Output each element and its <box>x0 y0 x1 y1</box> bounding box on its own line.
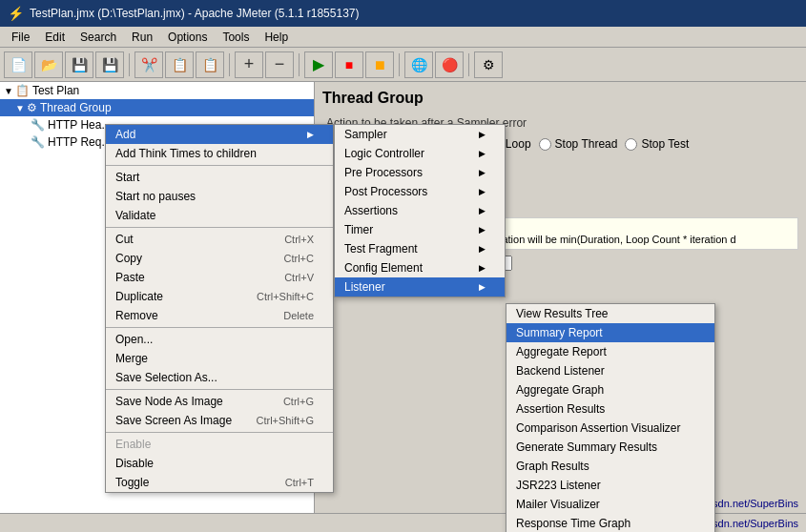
ctx-add[interactable]: Add <box>106 125 333 144</box>
ctx-enable[interactable]: Enable <box>106 435 333 454</box>
tree-item-threadgroup[interactable]: ▼ ⚙ Thread Group <box>0 99 314 116</box>
ctx-validate[interactable]: Validate <box>106 206 333 225</box>
tree-label-httpheader: HTTP Hea... <box>48 118 111 132</box>
listener-assertion-results[interactable]: Assertion Results <box>506 399 714 419</box>
listener-graph-results[interactable]: Graph Results <box>506 457 714 476</box>
listener-assertion-results-label: Assertion Results <box>516 402 605 416</box>
menu-help[interactable]: Help <box>257 29 296 46</box>
listener-generate-summary[interactable]: Generate Summary Results <box>506 438 714 457</box>
listener-view-results-tree-label: View Results Tree <box>516 307 609 320</box>
run-button[interactable]: ▶ <box>304 51 333 78</box>
submenu-pre-processors[interactable]: Pre Processors <box>335 163 505 182</box>
testplan-icon: 📋 <box>15 84 30 97</box>
listener-comparison-assertion[interactable]: Comparison Assertion Visualizer <box>506 419 714 438</box>
submenu-config-element[interactable]: Config Element <box>335 258 505 277</box>
ctx-sep-4 <box>106 389 333 390</box>
listener-response-time-graph[interactable]: Response Time Graph <box>506 514 714 532</box>
stop-thread-option[interactable]: Stop Thread <box>539 137 618 151</box>
listener-comparison-assertion-label: Comparison Assertion Visualizer <box>516 421 681 435</box>
listener-aggregate-report[interactable]: Aggregate Report <box>506 342 714 361</box>
listener-jsr223[interactable]: JSR223 Listener <box>506 476 714 495</box>
ctx-save-selection[interactable]: Save Selection As... <box>106 368 333 387</box>
submenu-timer[interactable]: Timer <box>335 220 505 239</box>
tree-arrow-testplan: ▼ <box>4 86 13 96</box>
ctx-start-no-pauses[interactable]: Start no pauses <box>106 187 333 206</box>
toolbar: 📄 📂 💾 💾 ✂️ 📋 📋 + − ▶ ■ ⏹ 🌐 🔴 ⚙ <box>0 48 806 82</box>
listener-summary-report[interactable]: Summary Report <box>506 323 714 342</box>
add-button[interactable]: + <box>235 51 263 78</box>
listener-backend-listener[interactable]: Backend Listener <box>506 361 714 380</box>
ctx-duplicate[interactable]: Duplicate Ctrl+Shift+C <box>106 287 333 306</box>
page-title: Thread Group <box>322 90 798 107</box>
ctx-save-screen-shortcut: Ctrl+Shift+G <box>256 415 314 426</box>
ctx-open[interactable]: Open... <box>106 330 333 349</box>
ctx-save-screen-image-label: Save Screen As Image <box>115 414 232 427</box>
ctx-start-label: Start <box>115 171 139 184</box>
ctx-remove-label: Remove <box>115 309 158 322</box>
httprequest-icon: 🔧 <box>31 135 45 149</box>
copy-button[interactable]: 📋 <box>165 51 194 78</box>
menu-edit[interactable]: Edit <box>37 29 72 46</box>
listener-view-results-tree[interactable]: View Results Tree <box>506 304 714 323</box>
ctx-paste[interactable]: Paste Ctrl+V <box>106 268 333 287</box>
stop-test-radio[interactable] <box>625 138 637 151</box>
stop-test-option[interactable]: Stop Test <box>625 137 689 151</box>
ctx-merge[interactable]: Merge <box>106 349 333 368</box>
ctx-duplicate-label: Duplicate <box>115 290 163 303</box>
cut-button[interactable]: ✂️ <box>134 51 163 78</box>
save-button[interactable]: 💾 <box>65 51 93 78</box>
stop-button[interactable]: ■ <box>335 51 363 78</box>
menu-search[interactable]: Search <box>72 29 124 46</box>
submenu-post-processors[interactable]: Post Processors <box>335 182 505 201</box>
tree-label-testplan: Test Plan <box>32 84 79 97</box>
submenu-timer-label: Timer <box>344 223 373 236</box>
ctx-sep-5 <box>106 432 333 433</box>
ctx-sep-1 <box>106 165 333 166</box>
ctx-add-label: Add <box>115 128 135 141</box>
ctx-toggle[interactable]: Toggle Ctrl+T <box>106 473 333 492</box>
ctx-start[interactable]: Start <box>106 168 333 187</box>
ctx-think-times[interactable]: Add Think Times to children <box>106 144 333 163</box>
submenu-listener[interactable]: Listener <box>335 277 505 297</box>
listener-aggregate-graph[interactable]: Aggregate Graph <box>506 380 714 399</box>
menu-file[interactable]: File <box>4 29 37 46</box>
new-button[interactable]: 📄 <box>4 51 32 78</box>
stop-test-label: Stop Test <box>641 137 689 151</box>
listener-response-time-graph-label: Response Time Graph <box>516 517 630 530</box>
listener-backend-listener-label: Backend Listener <box>516 364 605 378</box>
ctx-copy-label: Copy <box>115 252 142 265</box>
ctx-save-node-image[interactable]: Save Node As Image Ctrl+G <box>106 392 333 411</box>
menu-run[interactable]: Run <box>124 29 160 46</box>
submenu-assertions-label: Assertions <box>344 204 398 217</box>
stop-thread-radio[interactable] <box>539 138 551 151</box>
listener-mailer-visualizer[interactable]: Mailer Visualizer <box>506 495 714 514</box>
shutdown-button[interactable]: ⏹ <box>365 51 394 78</box>
ctx-remove[interactable]: Remove Delete <box>106 306 333 325</box>
ctx-open-label: Open... <box>115 333 153 346</box>
menu-bar: File Edit Search Run Options Tools Help <box>0 27 806 48</box>
submenu-test-fragment-label: Test Fragment <box>344 242 418 256</box>
settings-button[interactable]: ⚙ <box>474 51 503 78</box>
remove-button[interactable]: − <box>265 51 294 78</box>
ctx-save-screen-image[interactable]: Save Screen As Image Ctrl+Shift+G <box>106 411 333 430</box>
context-menu: Add Add Think Times to children Start St… <box>105 124 334 493</box>
remote-start-button[interactable]: 🌐 <box>404 51 433 78</box>
listener-graph-results-label: Graph Results <box>516 460 589 473</box>
ctx-disable[interactable]: Disable <box>106 454 333 473</box>
open-button[interactable]: 📂 <box>34 51 63 78</box>
paste-button[interactable]: 📋 <box>196 51 224 78</box>
submenu-sampler-label: Sampler <box>344 128 387 141</box>
submenu-assertions[interactable]: Assertions <box>335 201 505 220</box>
menu-options[interactable]: Options <box>160 29 215 46</box>
ctx-copy[interactable]: Copy Ctrl+C <box>106 249 333 268</box>
save-as-button[interactable]: 💾 <box>95 51 124 78</box>
submenu-logic-controller[interactable]: Logic Controller <box>335 144 505 163</box>
menu-tools[interactable]: Tools <box>215 29 257 46</box>
ctx-cut[interactable]: Cut Ctrl+X <box>106 230 333 249</box>
title-text: TestPlan.jmx (D:\TestPlan.jmx) - Apache … <box>30 7 359 20</box>
remote-stop-button[interactable]: 🔴 <box>435 51 464 78</box>
tree-item-testplan[interactable]: ▼ 📋 Test Plan <box>0 82 314 99</box>
submenu-sampler[interactable]: Sampler <box>335 125 505 144</box>
submenu-test-fragment[interactable]: Test Fragment <box>335 239 505 258</box>
submenu-pre-processors-label: Pre Processors <box>344 166 423 179</box>
